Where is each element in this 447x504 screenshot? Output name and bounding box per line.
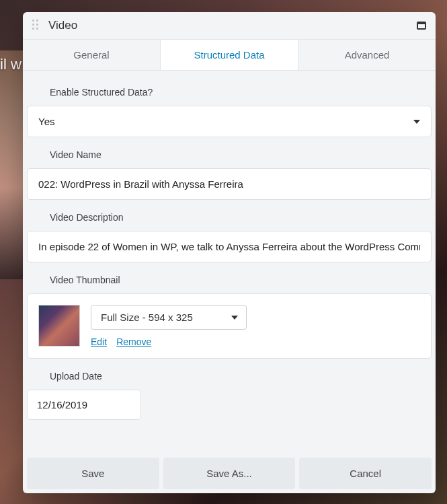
save-as-button[interactable]: Save As...	[163, 458, 296, 489]
thumbnail-remove-link[interactable]: Remove	[116, 336, 151, 347]
video-thumbnail-label: Video Thumbnail	[27, 262, 432, 293]
enable-structured-label: Enable Structured Data?	[27, 75, 432, 106]
chevron-down-icon	[413, 120, 420, 124]
background-image-top	[0, 50, 23, 279]
tab-advanced[interactable]: Advanced	[298, 40, 436, 70]
thumbnail-links: Edit Remove	[91, 336, 247, 347]
tab-general[interactable]: General	[23, 40, 160, 70]
upload-date-field-wrap	[27, 390, 141, 420]
window-icon[interactable]	[417, 22, 426, 30]
video-description-input[interactable]	[28, 231, 431, 262]
video-name-input[interactable]	[28, 169, 431, 199]
chevron-down-icon	[231, 316, 238, 320]
drag-handle-icon[interactable]	[32, 20, 40, 32]
modal-content: Enable Structured Data? Yes Video Name V…	[23, 71, 436, 454]
enable-structured-select[interactable]: Yes	[27, 106, 432, 137]
video-name-label: Video Name	[27, 137, 432, 168]
save-button[interactable]: Save	[27, 458, 159, 489]
video-thumbnail-section: Full Size - 594 x 325 Edit Remove	[27, 293, 432, 359]
thumbnail-controls: Full Size - 594 x 325 Edit Remove	[91, 305, 247, 347]
modal-title: Video	[48, 19, 417, 32]
modal-header: Video	[23, 12, 436, 40]
enable-structured-value: Yes	[38, 116, 54, 127]
video-name-field-wrap	[27, 168, 432, 200]
thumbnail-preview[interactable]	[38, 305, 80, 347]
upload-date-input[interactable]	[28, 390, 140, 419]
tab-structured-data[interactable]: Structured Data	[160, 40, 298, 70]
video-description-label: Video Description	[27, 200, 432, 231]
thumbnail-size-value: Full Size - 594 x 325	[101, 312, 193, 323]
video-description-field-wrap	[27, 231, 432, 262]
video-settings-modal: Video General Structured Data Advanced E…	[23, 12, 436, 493]
thumbnail-edit-link[interactable]: Edit	[91, 336, 107, 347]
backdrop-title-fragment: il w	[0, 56, 22, 73]
thumbnail-size-select[interactable]: Full Size - 594 x 325	[91, 305, 247, 330]
tab-bar: General Structured Data Advanced	[23, 40, 436, 71]
upload-date-label: Upload Date	[27, 359, 432, 390]
modal-footer: Save Save As... Cancel	[23, 454, 436, 493]
cancel-button[interactable]: Cancel	[299, 458, 432, 489]
